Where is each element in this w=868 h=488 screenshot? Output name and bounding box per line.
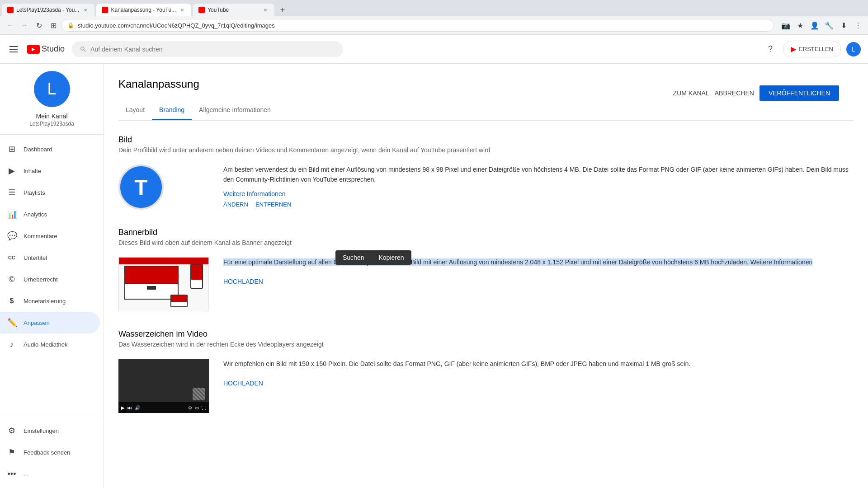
sidebar-item-kommentare[interactable]: 💬 Kommentare (0, 225, 100, 247)
zum-kanal-link[interactable]: ZUM KANAL (673, 89, 709, 97)
address-bar[interactable]: 🔒 studio.youtube.com/channel/UCocN6zQPHQ… (61, 19, 774, 32)
sidebar-label-audio: Audio-Mediathek (24, 341, 68, 348)
inhalte-icon: ▶ (7, 166, 16, 176)
svg-rect-1 (9, 49, 18, 50)
user-avatar[interactable]: L (846, 42, 861, 56)
content-header: Kanalanpassung ZUM KANAL ABBRECHEN VERÖF… (104, 64, 868, 121)
tab-bar: LetsPlay1923asda - You... ✕ Kanalanpassu… (0, 0, 868, 16)
menu-button[interactable]: ⋮ (852, 19, 864, 32)
aendern-link[interactable]: ÄNDERN (223, 201, 248, 208)
back-button[interactable]: ← (4, 19, 16, 32)
extensions-button[interactable]: 🔧 (823, 19, 835, 32)
yt-logo[interactable]: Studio (27, 44, 65, 54)
banner-mobile (190, 264, 203, 289)
topbar: Studio ? ▶ ERSTELLEN L (0, 35, 868, 64)
tab-1-title: LetsPlay1923asda - You... (16, 7, 79, 13)
playlists-icon: ☰ (7, 188, 16, 197)
bannerbild-info-text: Für eine optimale Darstellung auf allen … (223, 257, 854, 267)
forward-button[interactable]: → (18, 19, 31, 32)
tab-1-favicon (7, 7, 14, 13)
more-icon: ••• (7, 469, 16, 479)
bild-further-info[interactable]: Weitere Informationen (223, 190, 285, 197)
create-label: ERSTELLEN (799, 46, 833, 52)
page-title: Kanalanpassung (118, 78, 199, 90)
channel-handle: LetsPlay1923asda (29, 121, 74, 127)
sidebar-item-anpassen[interactable]: ✏️ Anpassen (0, 312, 100, 333)
tab-layout[interactable]: Layout (118, 101, 152, 120)
wasserzeichen-info-text: Wir empfehlen ein Bild mit 150 x 150 Pix… (223, 359, 854, 369)
watermark-logo-preview (193, 388, 205, 400)
wasserzeichen-upload-link[interactable]: HOCHLADEN (223, 380, 263, 387)
bannerbild-upload-link[interactable]: HOCHLADEN (223, 278, 263, 285)
tab-3[interactable]: YouTube ✕ (193, 4, 274, 16)
wasserzeichen-section: Wasserzeichen im Video Das Wasserzeichen… (118, 329, 854, 413)
tab-3-close[interactable]: ✕ (262, 6, 269, 14)
fullscreen-icon: ⛶ (202, 405, 206, 410)
content-actions: ZUM KANAL ABBRECHEN VERÖFFENTLICHEN (673, 75, 854, 101)
search-box[interactable] (72, 41, 343, 57)
reload-button[interactable]: ↻ (33, 19, 45, 32)
bannerbild-section: Bannerbild Dieses Bild wird oben auf dei… (118, 228, 854, 311)
sidebar-item-feedback[interactable]: ⚑ Feedback senden (0, 441, 100, 463)
screenshot-button[interactable]: 📷 (779, 19, 792, 32)
sidebar-label-feedback: Feedback senden (24, 449, 70, 456)
topbar-right: ? ▶ ERSTELLEN L (763, 41, 861, 57)
tab-2[interactable]: Kanalanpassung - YouTu... ✕ (96, 4, 191, 16)
tab-branding[interactable]: Branding (152, 101, 192, 120)
page-tabs: Layout Branding Allgemeine Informationen (118, 101, 854, 121)
sidebar-item-dashboard[interactable]: ⊞ Dashboard (0, 138, 100, 160)
tab-allgemeine[interactable]: Allgemeine Informationen (192, 101, 278, 120)
sidebar-item-inhalte[interactable]: ▶ Inhalte (0, 160, 100, 182)
context-kopieren[interactable]: Kopieren (371, 250, 411, 265)
sidebar-item-playlists[interactable]: ☰ Playlists (0, 182, 100, 203)
bannerbild-preview (118, 257, 209, 311)
download-button[interactable]: ⬇ (837, 19, 850, 32)
watermark-player: ▶ ⏭ 🔊 ⚙ ▭ ⛶ (118, 359, 209, 413)
entfernen-link[interactable]: ENTFERNEN (255, 201, 291, 208)
tab-2-close[interactable]: ✕ (179, 6, 186, 14)
new-tab-button[interactable]: + (276, 4, 289, 16)
context-menu: Suchen Kopieren (335, 250, 411, 265)
sidebar-label-inhalte: Inhalte (24, 168, 41, 174)
sidebar-item-einstellungen[interactable]: ⚙ Einstellungen (0, 420, 100, 441)
abbrechen-link[interactable]: ABBRECHEN (715, 89, 754, 97)
sidebar-item-audio-mediathek[interactable]: ♪ Audio-Mediathek (0, 333, 100, 355)
settings-icon: ⚙ (7, 426, 16, 436)
sidebar-item-urheberrecht[interactable]: © Urheberrecht (0, 268, 100, 290)
help-button[interactable]: ? (763, 42, 778, 56)
sidebar-item-more[interactable]: ••• ... (0, 463, 100, 485)
highlighted-banner-text: Für eine optimale Darstellung auf allen … (223, 258, 812, 266)
sidebar-item-untertitel[interactable]: CC Untertitel (0, 247, 100, 268)
player-controls: ▶ ⏭ 🔊 ⚙ ▭ ⛶ (118, 402, 209, 413)
sidebar-label-untertitel: Untertitel (24, 254, 47, 261)
channel-avatar[interactable]: L (34, 71, 70, 107)
bannerbild-desc: Dieses Bild wird oben auf deinem Kanal a… (118, 239, 854, 246)
sidebar-item-monetarisierung[interactable]: $ Monetarisierung (0, 290, 100, 312)
profile-button[interactable]: 👤 (808, 19, 821, 32)
channel-info: L Mein Kanal LetsPlay1923asda (0, 64, 104, 135)
kommentare-icon: 💬 (7, 231, 16, 241)
bild-preview: T (118, 164, 209, 210)
hamburger-button[interactable] (7, 43, 20, 56)
browser-chrome: LetsPlay1923asda - You... ✕ Kanalanpassu… (0, 0, 868, 35)
bannerbild-title: Bannerbild (118, 228, 854, 237)
volume-icon: 🔊 (135, 405, 140, 410)
untertitel-icon: CC (7, 255, 16, 260)
search-input[interactable] (90, 46, 335, 53)
publish-button[interactable]: VERÖFFENTLICHEN (760, 85, 839, 101)
analytics-icon: 📊 (7, 209, 16, 219)
home-button[interactable]: ⊞ (47, 19, 60, 32)
profile-image-preview: T (118, 164, 164, 210)
monetarisierung-icon: $ (7, 297, 16, 305)
sidebar-item-analytics[interactable]: 📊 Analytics (0, 203, 100, 225)
context-suchen[interactable]: Suchen (335, 250, 371, 265)
banner-tablet-screen (171, 296, 187, 302)
bild-section: Bild Dein Profilbild wird unter anderem … (118, 135, 854, 210)
bild-row: T Am besten verwendest du ein Bild mit e… (118, 164, 854, 210)
sidebar: L Mein Kanal LetsPlay1923asda ⊞ Dashboar… (0, 64, 104, 488)
bookmark-button[interactable]: ★ (794, 19, 807, 32)
tab-1-close[interactable]: ✕ (82, 6, 89, 14)
bannerbild-info: Für eine optimale Darstellung auf allen … (223, 257, 854, 285)
create-button[interactable]: ▶ ERSTELLEN (783, 41, 841, 57)
tab-1[interactable]: LetsPlay1923asda - You... ✕ (2, 4, 94, 16)
